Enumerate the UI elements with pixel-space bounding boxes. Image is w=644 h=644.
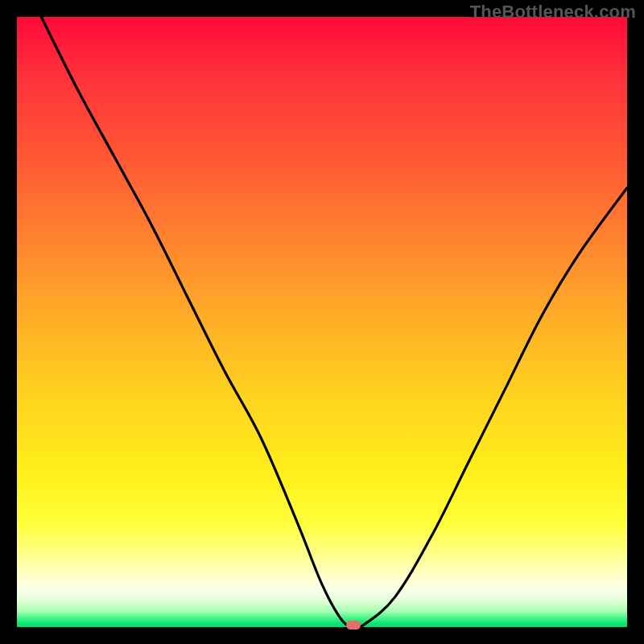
optimum-marker (346, 621, 361, 630)
plot-area (17, 17, 627, 627)
curve-svg (17, 17, 627, 627)
chart-frame: TheBottleneck.com (0, 0, 644, 644)
bottleneck-curve (41, 17, 627, 628)
watermark-text: TheBottleneck.com (470, 2, 636, 23)
